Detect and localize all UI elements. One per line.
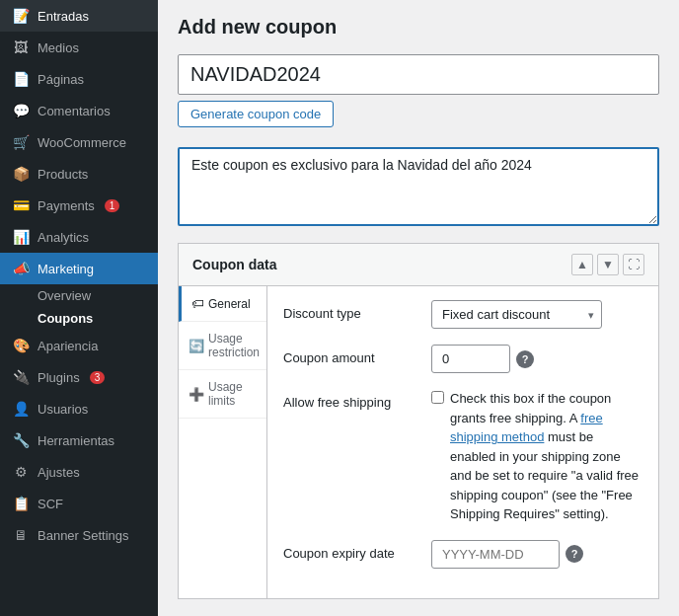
sidebar-item-label: Payments [38, 198, 95, 213]
coupon-code-field-group: Generate coupon code [178, 54, 659, 127]
coupon-data-body: 🏷 General 🔄 Usage restriction ➕ Usage li… [179, 286, 658, 598]
sidebar-item-label: Plugins [38, 370, 80, 385]
coupon-data-header: Coupon data ▲ ▼ ⛶ [179, 244, 658, 286]
allow-free-shipping-control: Check this box if the coupon grants free… [431, 389, 642, 524]
discount-type-label: Discount type [283, 300, 421, 321]
usage-restriction-tab-icon: 🔄 [189, 339, 204, 353]
sidebar-item-label: Ajustes [38, 465, 80, 480]
apariencia-icon: 🎨 [12, 338, 30, 353]
scf-icon: 📋 [12, 496, 30, 511]
coupon-expiry-control: ? [431, 540, 642, 569]
collapse-up-button[interactable]: ▲ [571, 254, 593, 275]
coupon-description-textarea[interactable] [178, 147, 659, 226]
tab-usage-restriction-label: Usage restriction [208, 332, 260, 359]
general-tab-icon: 🏷 [191, 296, 204, 311]
coupon-expiry-input[interactable] [431, 540, 560, 569]
tab-general-label: General [208, 297, 251, 311]
main-content: Add new coupon Generate coupon code Coup… [158, 0, 679, 616]
sidebar-item-ajustes[interactable]: ⚙ Ajustes [0, 456, 158, 488]
coupon-expiry-row: Coupon expiry date ? [283, 540, 642, 569]
usage-limits-tab-icon: ➕ [189, 387, 204, 402]
marketing-icon: 📣 [12, 261, 30, 276]
sidebar-item-scf[interactable]: 📋 SCF [0, 488, 158, 519]
sidebar-item-paginas[interactable]: 📄 Páginas [0, 63, 158, 95]
coupon-amount-row: Coupon amount ? [283, 345, 642, 373]
coupon-data-title: Coupon data [192, 257, 277, 272]
coupon-code-input[interactable] [178, 54, 659, 95]
sidebar-item-label: Usuarios [38, 402, 88, 417]
collapse-down-button[interactable]: ▼ [597, 254, 619, 275]
woocommerce-icon: 🛒 [12, 134, 30, 150]
herramientas-icon: 🔧 [12, 432, 30, 448]
coupon-amount-label: Coupon amount [283, 345, 421, 365]
sidebar-item-herramientas[interactable]: 🔧 Herramientas [0, 424, 158, 456]
sidebar-item-label: Banner Settings [38, 528, 129, 543]
sidebar-item-payments[interactable]: 💳 Payments 1 [0, 190, 158, 221]
sidebar-item-label: Herramientas [38, 433, 114, 448]
medios-icon: 🖼 [12, 39, 30, 55]
sidebar-item-label: Apariencia [38, 339, 98, 353]
payments-badge: 1 [105, 199, 120, 212]
sidebar-item-label: Comentarios [38, 104, 111, 118]
coupon-amount-help-icon[interactable]: ? [516, 350, 534, 368]
coupon-data-box: Coupon data ▲ ▼ ⛶ 🏷 General 🔄 Usage rest… [178, 243, 659, 599]
expand-button[interactable]: ⛶ [623, 254, 644, 275]
entradas-icon: 📝 [12, 8, 30, 24]
sidebar-item-label: Marketing [38, 262, 94, 276]
allow-free-shipping-label: Allow free shipping [283, 389, 421, 410]
sidebar-item-entradas[interactable]: 📝 Entradas [0, 0, 158, 32]
tab-usage-limits-label: Usage limits [208, 380, 257, 408]
sidebar-item-analytics[interactable]: 📊 Analytics [0, 221, 158, 253]
sidebar-sub-overview[interactable]: Overview [0, 284, 158, 307]
sidebar-item-comentarios[interactable]: 💬 Comentarios [0, 95, 158, 126]
sidebar-item-label: Medios [38, 40, 79, 55]
tab-general[interactable]: 🏷 General [179, 286, 266, 322]
paginas-icon: 📄 [12, 71, 30, 87]
free-shipping-description: Check this box if the coupon grants free… [450, 389, 642, 524]
generate-coupon-code-button[interactable]: Generate coupon code [178, 101, 334, 127]
sidebar-item-label: SCF [38, 497, 63, 511]
sidebar-item-usuarios[interactable]: 👤 Usuarios [0, 393, 158, 424]
sidebar-item-label: Páginas [38, 72, 84, 87]
coupon-tabs: 🏷 General 🔄 Usage restriction ➕ Usage li… [179, 286, 267, 598]
discount-type-control: Percentage discount Fixed cart discount … [431, 300, 642, 329]
coupon-panel: Discount type Percentage discount Fixed … [267, 286, 658, 598]
sidebar-sub-coupons[interactable]: Coupons [0, 307, 158, 330]
coupon-amount-input[interactable] [431, 345, 510, 373]
payments-icon: 💳 [12, 197, 30, 213]
sidebar-item-products[interactable]: 📦 Products [0, 158, 158, 190]
discount-type-select[interactable]: Percentage discount Fixed cart discount … [431, 300, 602, 329]
products-icon: 📦 [12, 166, 30, 182]
usuarios-icon: 👤 [12, 401, 30, 417]
coupon-data-controls: ▲ ▼ ⛶ [571, 254, 644, 275]
sidebar-item-plugins[interactable]: 🔌 Plugins 3 [0, 361, 158, 393]
sidebar-item-apariencia[interactable]: 🎨 Apariencia [0, 330, 158, 361]
comentarios-icon: 💬 [12, 103, 30, 118]
plugins-badge: 3 [90, 371, 106, 384]
page-title: Add new coupon [178, 16, 659, 38]
plugins-icon: 🔌 [12, 369, 30, 385]
sidebar-item-woocommerce[interactable]: 🛒 WooCommerce [0, 126, 158, 158]
description-field-group [178, 137, 659, 229]
coupon-expiry-label: Coupon expiry date [283, 540, 421, 561]
banner-settings-icon: 🖥 [12, 527, 30, 543]
analytics-icon: 📊 [12, 229, 30, 245]
sidebar-item-label: WooCommerce [38, 135, 126, 150]
ajustes-icon: ⚙ [12, 464, 30, 480]
sidebar: 📝 Entradas 🖼 Medios 📄 Páginas 💬 Comentar… [0, 0, 158, 616]
tab-usage-limits[interactable]: ➕ Usage limits [179, 370, 266, 419]
allow-free-shipping-checkbox[interactable] [431, 391, 444, 404]
discount-type-row: Discount type Percentage discount Fixed … [283, 300, 642, 329]
coupon-expiry-help-icon[interactable]: ? [566, 545, 583, 563]
sidebar-item-marketing[interactable]: 📣 Marketing [0, 253, 158, 284]
sidebar-item-banner-settings[interactable]: 🖥 Banner Settings [0, 519, 158, 551]
sidebar-item-medios[interactable]: 🖼 Medios [0, 32, 158, 63]
allow-free-shipping-row: Allow free shipping Check this box if th… [283, 389, 642, 524]
coupon-amount-control: ? [431, 345, 642, 373]
sidebar-item-label: Analytics [38, 230, 89, 245]
sidebar-item-label: Entradas [38, 9, 89, 24]
tab-usage-restriction[interactable]: 🔄 Usage restriction [179, 322, 266, 370]
discount-type-select-wrapper: Percentage discount Fixed cart discount … [431, 300, 602, 329]
sidebar-item-label: Products [38, 167, 88, 182]
